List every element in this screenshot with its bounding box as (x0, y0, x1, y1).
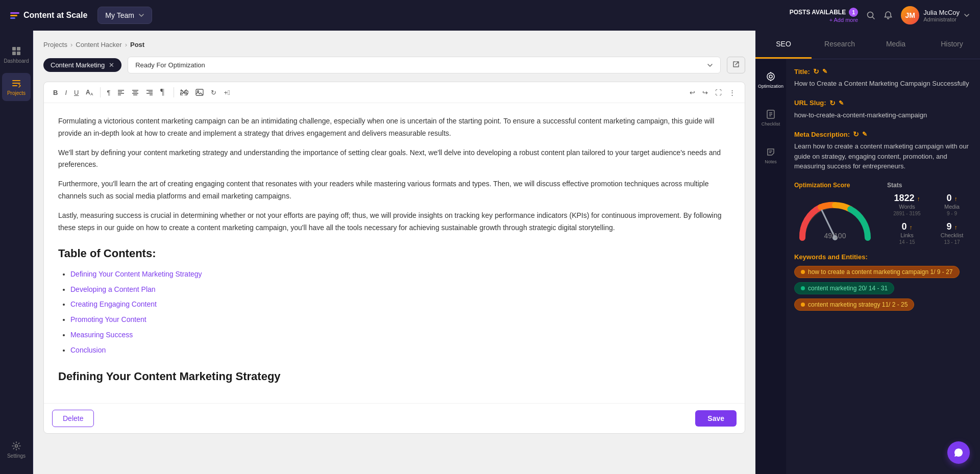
add-more-link[interactable]: + Add more (829, 17, 859, 23)
title-refresh-icon[interactable]: ↻ (813, 67, 819, 76)
right-panel: SEO Research Media History Optimization (755, 31, 980, 474)
notifications-button[interactable] (884, 11, 893, 20)
undo-button[interactable]: ↩ (687, 87, 698, 98)
toc-item-4: Promoting Your Content (70, 314, 730, 326)
svg-rect-2 (12, 47, 16, 51)
chat-icon (953, 447, 964, 458)
svg-point-25 (769, 75, 772, 78)
kw-tag-3[interactable]: content marketing strategy 11/ 2 - 25 (794, 298, 914, 311)
kw-tag-1[interactable]: how to create a content marketing campai… (794, 266, 960, 278)
slug-refresh-icon[interactable]: ↻ (829, 99, 836, 107)
paragraph-button[interactable]: ¶ (104, 87, 113, 98)
search-button[interactable] (866, 11, 875, 20)
sidebar-item-settings[interactable]: Settings (2, 436, 31, 464)
toc-link-6[interactable]: Conclusion (70, 346, 106, 354)
status-chevron-icon (707, 62, 713, 68)
section-heading: Defining Your Content Marketing Strategy (58, 367, 730, 386)
redo2-button[interactable]: ↪ (699, 87, 711, 98)
external-link-button[interactable] (727, 57, 745, 73)
tab-seo[interactable]: SEO (755, 31, 812, 59)
italic-button[interactable]: I (62, 87, 70, 98)
toc-link-4[interactable]: Promoting Your Content (70, 315, 146, 323)
user-details: Julia McCoy Administrator (923, 9, 960, 22)
posts-badge: 1 (849, 8, 858, 17)
breadcrumb-projects[interactable]: Projects (43, 41, 67, 48)
kw-tag-2[interactable]: content marketing 20/ 14 - 31 (794, 282, 894, 294)
more-button[interactable]: +⃝ (220, 87, 233, 98)
tag-remove[interactable]: ✕ (109, 61, 114, 69)
link-icon (180, 89, 188, 95)
breadcrumb-sep-2: › (125, 41, 127, 48)
breadcrumb-content-hacker[interactable]: Content Hacker (76, 41, 121, 48)
save-button[interactable]: Save (695, 410, 737, 427)
toc-link-2[interactable]: Developing a Content Plan (70, 285, 156, 293)
opt-icon-checklist[interactable]: Checklist (757, 105, 784, 131)
app-name: Content at Scale (23, 11, 87, 20)
stats-grid: 1822 ↑ Words 2891 - 3195 0 ↑ (887, 193, 972, 245)
team-dropdown[interactable]: My Team (97, 7, 152, 24)
underline-button[interactable]: U (71, 87, 82, 98)
kw-dot-2 (801, 286, 805, 290)
svg-point-24 (767, 73, 774, 80)
sidebar-item-dashboard[interactable]: Dashboard (2, 41, 31, 69)
opt-icon-optimization[interactable]: Optimization (757, 67, 784, 93)
bold-button[interactable]: B (50, 87, 61, 98)
breadcrumb: Projects › Content Hacker › Post (43, 41, 745, 48)
left-sidebar: Dashboard Projects Settings (0, 31, 33, 474)
checklist-label: Checklist (762, 121, 780, 127)
title-edit-icon[interactable]: ✎ (822, 68, 827, 75)
format-separator-1 (100, 87, 101, 97)
main-layout: Projects › Content Hacker › Post Content… (33, 31, 980, 474)
paragraph-3: Furthermore, you'll learn the art of cre… (58, 178, 730, 203)
dashboard-label: Dashboard (4, 58, 29, 64)
editor-area: Projects › Content Hacker › Post Content… (33, 31, 755, 474)
align-right-button[interactable] (143, 87, 156, 98)
paragraph-2: We'll start by defining your content mar… (58, 147, 730, 171)
title-section: Title: ↻ ✎ How to Create a Content Marke… (794, 67, 972, 89)
meta-refresh-icon[interactable]: ↻ (853, 130, 859, 138)
toc-link-1[interactable]: Defining Your Content Marketing Strategy (70, 270, 202, 278)
editor-content[interactable]: Formulating a victorious content marketi… (44, 103, 745, 403)
toc-item-3: Creating Engaging Content (70, 298, 730, 311)
dashboard-icon (11, 46, 21, 56)
tab-media[interactable]: Media (868, 31, 924, 59)
optimization-label: Optimization (758, 84, 783, 89)
tab-history[interactable]: History (924, 31, 980, 59)
bell-icon (884, 11, 893, 20)
meta-desc-value: Learn how to create a content marketing … (794, 141, 972, 171)
align-center-button[interactable] (129, 87, 142, 98)
app-logo[interactable]: Content at Scale (10, 11, 87, 20)
redo-button[interactable]: ↻ (208, 87, 219, 98)
image-icon (195, 89, 204, 96)
optimization-icon (766, 71, 776, 82)
link-button[interactable] (177, 87, 191, 97)
external-link-icon (732, 61, 740, 68)
font-size-button[interactable]: A A (83, 86, 97, 98)
opt-icon-notes[interactable]: Notes (757, 143, 784, 168)
editor-card: B I U A A ¶ (43, 82, 745, 434)
settings-label: Settings (7, 453, 26, 459)
options-button[interactable]: ⋮ (726, 87, 739, 98)
projects-icon (11, 78, 21, 88)
user-menu[interactable]: JM Julia McCoy Administrator (901, 6, 970, 24)
delete-button[interactable]: Delete (52, 410, 94, 427)
tab-research[interactable]: Research (812, 31, 868, 59)
sidebar-item-projects[interactable]: Projects (2, 73, 31, 101)
status-dropdown[interactable]: Ready For Optimization (128, 57, 721, 73)
toc-link-5[interactable]: Measuring Success (70, 331, 133, 339)
svg-rect-5 (17, 52, 20, 55)
meta-edit-icon[interactable]: ✎ (862, 131, 867, 138)
right-panel-content: Optimization Checklist (755, 59, 980, 474)
slug-edit-icon[interactable]: ✎ (839, 99, 844, 107)
blockquote-button[interactable]: ¶ (157, 87, 170, 98)
kw-dot-1 (801, 270, 805, 274)
fullscreen-button[interactable]: ⛶ (712, 87, 725, 98)
right-tabs: SEO Research Media History (755, 31, 980, 59)
image-button[interactable] (192, 87, 207, 98)
align-right-icon (146, 89, 153, 96)
align-left-button[interactable] (114, 87, 128, 98)
opt-main-content: Title: ↻ ✎ How to Create a Content Marke… (786, 59, 980, 474)
chat-button[interactable] (947, 441, 970, 464)
svg-point-0 (868, 12, 873, 18)
toc-link-3[interactable]: Creating Engaging Content (70, 300, 157, 308)
